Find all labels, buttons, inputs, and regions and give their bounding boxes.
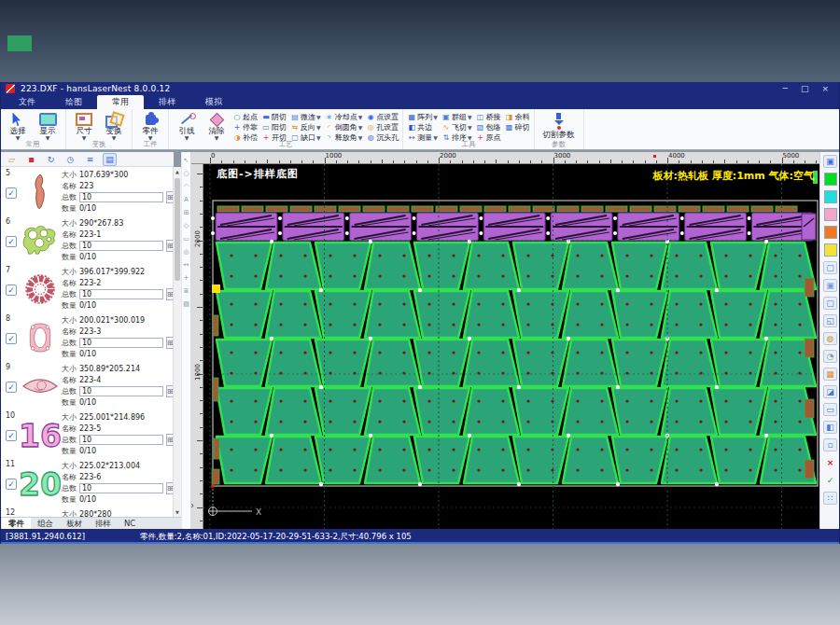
ribbon-button-反向[interactable]: ⇆反向▼ [290, 122, 321, 132]
mini-window-icon[interactable]: ▫ [823, 438, 837, 451]
layers-tool-icon[interactable]: ≣ [184, 287, 189, 295]
detail-view-icon[interactable]: ▤ [103, 153, 117, 166]
dropdown-arrow-icon[interactable]: ▼ [316, 124, 321, 131]
globe-icon[interactable]: ◍ [823, 332, 837, 345]
sidebar-tab-组合[interactable]: 组合 [31, 518, 60, 529]
part-total-input[interactable] [79, 241, 163, 251]
total-spinner-icon[interactable]: ⊞ [166, 434, 173, 446]
tab-绘图[interactable]: 绘图 [50, 95, 97, 109]
swatch-yellow-icon[interactable] [824, 243, 837, 257]
total-spinner-icon[interactable]: ⊞ [166, 385, 173, 397]
screen-box-icon[interactable]: ◧ [823, 421, 837, 434]
ribbon-button-余料[interactable]: ◨余料 [505, 112, 530, 122]
part-item-10[interactable]: 10✓16大小225.001*214.896名称223-5总数⊞数量0/10 [0, 410, 173, 458]
swatch-green-icon[interactable] [824, 173, 837, 186]
part-item-11[interactable]: 11✓20大小225.02*213.004名称223-6总数⊞数量0/10 [0, 458, 173, 507]
dropdown-arrow-icon[interactable]: ▼ [358, 114, 363, 120]
sidebar-tab-零件[interactable]: 零件 [2, 518, 31, 529]
ribbon-button-引线[interactable]: 引线▼ [173, 111, 201, 141]
ribbon-button-显示[interactable]: 显示▼ [34, 111, 62, 141]
part-total-input[interactable] [79, 192, 163, 202]
ribbon-button-飞切[interactable]: ∿飞切▼ [441, 122, 472, 132]
open-icon[interactable]: ▱ [5, 153, 19, 166]
nest-drawing[interactable]: X [203, 164, 819, 529]
part-checkbox[interactable]: ✓ [6, 188, 17, 199]
measure-tool-icon[interactable]: ↔ [184, 261, 189, 269]
ribbon-button-尺寸[interactable]: 尺寸▼ [70, 111, 98, 141]
part-total-input[interactable] [79, 435, 163, 445]
swatch-cyan-icon[interactable] [824, 190, 837, 203]
sidebar-tab-排样[interactable]: 排样 [89, 518, 118, 529]
palette-icon[interactable]: ▦ [823, 368, 837, 381]
part-total-input[interactable] [79, 289, 163, 299]
part-checkbox[interactable]: ✓ [6, 479, 17, 490]
ribbon-button-桥接[interactable]: ◫桥接 [476, 112, 501, 122]
ribbon-button-阴切[interactable]: ▬阴切 [261, 112, 287, 122]
dropdown-arrow-icon[interactable]: ▼ [316, 114, 321, 120]
history-icon[interactable]: ◷ [63, 153, 77, 166]
scroll-down-icon[interactable]: ▼ [174, 507, 181, 517]
ribbon-button-变换[interactable]: 变换▼ [100, 111, 128, 141]
grid-tool-icon[interactable]: ⊞ [184, 209, 189, 216]
delete-red-icon[interactable]: × [823, 456, 837, 469]
part-checkbox[interactable]: ✓ [6, 382, 17, 393]
ribbon-button-阳切[interactable]: ▭阳切 [261, 122, 287, 132]
sidebar-tab-板材[interactable]: 板材 [60, 518, 89, 529]
check-green-icon[interactable]: ✓ [823, 474, 837, 487]
maximize-icon[interactable]: □ [801, 82, 809, 95]
total-spinner-icon[interactable]: ⊞ [166, 482, 173, 494]
select-tool-icon[interactable]: ↖ [184, 157, 189, 164]
view-3-icon[interactable]: ▢ [823, 297, 837, 310]
part-total-input[interactable] [79, 386, 163, 396]
list-view-icon[interactable]: ≡ [83, 153, 97, 166]
parts-list-scrollbar[interactable]: ▲ ▼ [173, 167, 181, 517]
ribbon-button-冷却点[interactable]: ∗冷却点▼ [325, 112, 363, 122]
part-item-7[interactable]: 7✓大小396.017*399.922名称223-2总数⊞数量0/10 [0, 264, 173, 312]
part-total-input[interactable] [79, 338, 163, 348]
delete-icon[interactable]: ◾ [24, 153, 38, 166]
hatch-tool-icon[interactable]: ▨ [183, 300, 189, 308]
ribbon-button-点设置[interactable]: ◉点设置 [366, 112, 399, 122]
ribbon-button-碎切[interactable]: ▩碎切 [505, 122, 530, 132]
view-1-icon[interactable]: ▢ [823, 261, 837, 274]
part-checkbox[interactable]: ✓ [6, 430, 17, 441]
ribbon-button-停靠[interactable]: +停靠 [232, 122, 258, 132]
total-spinner-icon[interactable]: ⊞ [166, 288, 173, 300]
ribbon-button-阵列[interactable]: ▦阵列▼ [407, 112, 438, 122]
ribbon-button-起点[interactable]: ○起点 [232, 112, 258, 122]
settings-icon[interactable]: ◔ [823, 350, 837, 363]
text-tool-icon[interactable]: A [184, 196, 189, 203]
ribbon-button-包络[interactable]: ▧包络 [476, 122, 501, 132]
ribbon-button-共边[interactable]: ◧共边 [407, 122, 438, 132]
tab-排样[interactable]: 排样 [144, 95, 190, 109]
part-item-12[interactable]: 12大小280*280 [0, 507, 173, 517]
screen-icon[interactable]: ▭ [823, 403, 837, 416]
tab-文件[interactable]: 文件 [4, 95, 50, 109]
dropdown-arrow-icon[interactable]: ▼ [433, 114, 438, 120]
ribbon-button-群组[interactable]: ▣群组▼ [441, 112, 472, 122]
sidebar-tab-NC[interactable]: NC [118, 518, 142, 529]
ribbon-button-孔设置[interactable]: ◎孔设置 [366, 122, 399, 132]
grid-dots-icon[interactable]: ∷ [823, 492, 837, 505]
dropdown-arrow-icon[interactable]: ▼ [358, 124, 363, 131]
ribbon-button-清除[interactable]: 清除▼ [203, 111, 231, 141]
dropdown-arrow-icon[interactable]: ▼ [468, 124, 472, 131]
total-spinner-icon[interactable]: ⊞ [166, 240, 173, 252]
part-total-input[interactable] [79, 483, 163, 493]
minimize-icon[interactable]: ─ [783, 82, 788, 95]
close-icon[interactable]: × [821, 82, 829, 95]
dropdown-arrow-icon[interactable]: ▼ [468, 114, 472, 120]
circle-tool-icon[interactable]: ○ [183, 170, 189, 177]
arc-tool-icon[interactable]: ◠ [183, 183, 189, 190]
rect-tool-icon[interactable]: ▭ [183, 235, 189, 243]
part-checkbox[interactable]: ✓ [6, 333, 17, 344]
view-2-icon[interactable]: ▣ [823, 279, 837, 292]
part-item-9[interactable]: 9✓大小350.89*205.214名称223-4总数⊞数量0/10 [0, 361, 173, 410]
ribbon-button-切割参数[interactable]: 切割参数 [539, 111, 580, 141]
total-spinner-icon[interactable]: ⊞ [166, 191, 173, 203]
part-item-5[interactable]: 5✓大小107.639*300名称223总数⊞数量0/10 [0, 167, 173, 215]
cross-tool-icon[interactable]: + [184, 274, 189, 282]
diamond-tool-icon[interactable]: ◇ [184, 222, 189, 229]
swatch-orange-icon[interactable] [824, 226, 837, 239]
swatch-pink-icon[interactable] [824, 208, 837, 221]
